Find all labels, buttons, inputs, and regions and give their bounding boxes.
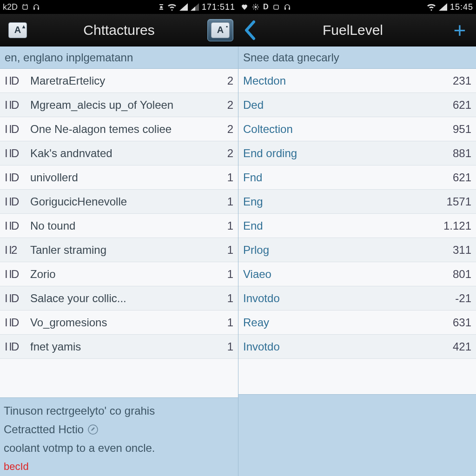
- footer-line1: Tinuson rectrgeelyto' co grahis: [4, 402, 155, 420]
- row-id: I ID: [5, 292, 30, 305]
- settings-mini-icon: [252, 3, 259, 11]
- table-row[interactable]: Prlog311: [238, 238, 476, 262]
- add-button[interactable]: +: [448, 18, 471, 43]
- alarm2-icon: [272, 3, 280, 11]
- status-text: k2D: [3, 2, 18, 12]
- table-row[interactable]: I IDVo_gromesions1: [0, 311, 238, 335]
- svg-rect-0: [23, 5, 27, 9]
- right-pane: D 15:45 FuelLevel + Snee data gnecarly M…: [238, 0, 476, 476]
- table-row[interactable]: End ording881: [238, 141, 476, 165]
- table-row[interactable]: I IDNo tound1: [0, 214, 238, 238]
- text-size-button-left[interactable]: A▴: [5, 19, 31, 41]
- back-button[interactable]: [243, 20, 258, 40]
- row-value: 951: [430, 123, 471, 136]
- svg-rect-3: [33, 7, 35, 10]
- row-value: 621: [430, 99, 471, 112]
- row-label: univollerd: [30, 171, 217, 184]
- table-row[interactable]: Viaeo801: [238, 262, 476, 286]
- headphones-icon: [33, 3, 40, 11]
- row-label: Invotdo: [243, 292, 430, 305]
- row-label: fnet yamis: [30, 340, 217, 353]
- table-row[interactable]: Fnd621: [238, 165, 476, 190]
- row-value: 231: [430, 74, 471, 87]
- row-label: Coltection: [243, 123, 430, 136]
- table-row[interactable]: I IDZorio1: [0, 262, 238, 286]
- row-label: Viaeo: [243, 268, 430, 281]
- table-row[interactable]: I IDMaretraErtelicy2: [0, 69, 238, 93]
- row-label: Prlog: [243, 244, 430, 257]
- table-row[interactable]: Eng1571: [238, 190, 476, 214]
- table-row[interactable]: Invotdo-21: [238, 286, 476, 311]
- row-id: I ID: [5, 147, 30, 160]
- footer-panel: Tinuson rectrgeelyto' co grahis Cetractt…: [0, 397, 238, 476]
- heart-icon: [241, 3, 248, 11]
- svg-rect-7: [274, 5, 278, 9]
- row-value: 801: [430, 268, 471, 281]
- row-label: Reay: [243, 316, 430, 329]
- row-label: MaretraErtelicy: [30, 74, 217, 87]
- row-value: 311: [430, 244, 471, 257]
- row-label: Eng: [243, 195, 430, 208]
- edit-icon[interactable]: [87, 424, 99, 435]
- table-row[interactable]: I IDfnet yamis1: [0, 335, 238, 359]
- row-label: GorigucicHenevolle: [30, 195, 217, 208]
- row-value: 1571: [430, 195, 471, 208]
- table-row[interactable]: End1.121: [238, 214, 476, 238]
- row-label: Invotdo: [243, 340, 430, 353]
- table-row[interactable]: I IDKak's andnvated2: [0, 141, 238, 165]
- row-value: 1.121: [430, 219, 471, 232]
- signal2-icon: [439, 3, 447, 11]
- row-count: 1: [217, 292, 233, 305]
- table-row[interactable]: I IDunivollerd1: [0, 165, 238, 190]
- headphones2-icon: [284, 3, 291, 11]
- list-left[interactable]: I IDMaretraErtelicy2I IDMgream_alecis up…: [0, 69, 238, 397]
- row-id: I ID: [5, 340, 30, 353]
- row-label: Mectdon: [243, 74, 430, 87]
- table-row[interactable]: I I2Tanler straming1: [0, 238, 238, 262]
- row-label: No tound: [30, 219, 217, 232]
- table-row[interactable]: Invotdo421: [238, 335, 476, 359]
- table-row[interactable]: I IDGorigucicHenevolle1: [0, 190, 238, 214]
- row-label: One Ne-alagon temes coliee: [30, 123, 217, 136]
- wifi2-icon: [427, 3, 436, 11]
- row-label: Salace your collic...: [30, 292, 217, 305]
- row-id: I ID: [5, 316, 30, 329]
- row-count: 1: [217, 316, 233, 329]
- row-id: I ID: [5, 74, 30, 87]
- row-count: 1: [217, 268, 233, 281]
- footer-line3: coolant votmp to a even oncle.: [4, 439, 155, 457]
- section-header-right: Snee data gnecarly: [238, 46, 476, 69]
- text-size-button-right[interactable]: A▪: [207, 19, 233, 41]
- status-clock-right: 15:45: [450, 2, 473, 12]
- status-bar-right: D 15:45: [238, 0, 476, 14]
- table-row[interactable]: Coltection951: [238, 117, 476, 141]
- row-label: Kak's andnvated: [30, 147, 217, 160]
- signal-full-icon: [179, 3, 188, 11]
- row-id: I ID: [5, 195, 30, 208]
- title-bar-right: FuelLevel +: [238, 14, 476, 46]
- row-value: 631: [430, 316, 471, 329]
- table-row[interactable]: I IDOne Ne-alagon temes coliee2: [0, 117, 238, 141]
- table-row[interactable]: Mectdon231: [238, 69, 476, 93]
- row-count: 2: [217, 99, 233, 112]
- row-label: Fnd: [243, 171, 430, 184]
- row-count: 1: [217, 219, 233, 232]
- title-bar-left: A▴ Chttactures A▪: [0, 14, 238, 46]
- svg-rect-8: [284, 7, 286, 10]
- row-value: -21: [430, 292, 471, 305]
- table-row[interactable]: Ded621: [238, 93, 476, 117]
- list-right[interactable]: Mectdon231Ded621Coltection951End ording8…: [238, 69, 476, 394]
- row-value: 621: [430, 171, 471, 184]
- row-id: I ID: [5, 99, 30, 112]
- page-title-right: FuelLevel: [258, 22, 448, 38]
- row-label: Zorio: [30, 268, 217, 281]
- svg-point-6: [255, 6, 257, 8]
- table-row[interactable]: Reay631: [238, 311, 476, 335]
- row-label: Mgream_alecis up_of Yoleen: [30, 99, 217, 112]
- table-row[interactable]: I IDSalace your collic...1: [0, 286, 238, 311]
- row-value: 421: [430, 340, 471, 353]
- signal-partial-icon: [191, 3, 199, 11]
- moon-d-icon: D: [263, 3, 269, 11]
- chess-icon: [158, 3, 165, 11]
- table-row[interactable]: I IDMgream_alecis up_of Yoleen2: [0, 93, 238, 117]
